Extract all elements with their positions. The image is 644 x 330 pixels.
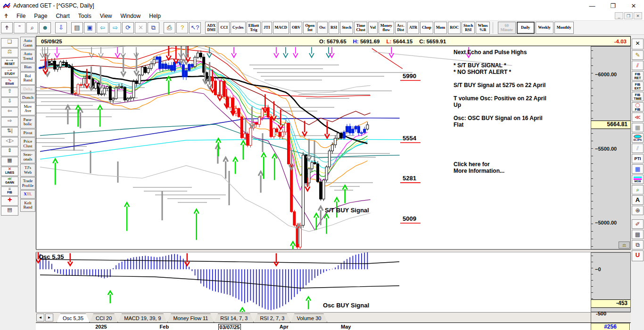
zoom-in-icon[interactable]: ⊕ <box>632 206 644 215</box>
tool-xtl[interactable]: XTL <box>20 190 35 199</box>
oscillator-axis[interactable]: −0-453 <box>591 252 631 312</box>
gann-fan-icon[interactable]: ≪ <box>632 113 644 122</box>
mdi-restore-button[interactable]: ❐ <box>624 12 633 19</box>
restore-button[interactable]: ❐ <box>603 2 623 9</box>
indicator-stoch[interactable]: Stoch <box>340 22 353 34</box>
arrow-left-icon[interactable]: ⇦ <box>1 107 18 117</box>
mdi-close-button[interactable]: ✕ <box>634 12 642 19</box>
save-icon[interactable]: ▣ <box>84 22 96 33</box>
indicator-jti[interactable]: JTI <box>262 22 272 34</box>
tool-bias[interactable]: Bias <box>20 63 35 72</box>
elliott-icon[interactable]: ∿Elliott <box>1 78 18 87</box>
indicator-stoch[interactable]: StochRSI <box>462 22 475 34</box>
fib-icon[interactable]: ≡FIB <box>1 186 18 196</box>
crosshair-icon[interactable]: ✚ <box>1 196 18 206</box>
tab-scroll-left-button[interactable]: ◄ <box>36 314 44 322</box>
pti-button[interactable]: PTI <box>632 154 644 163</box>
fib-ret-button[interactable]: FIBRET <box>632 71 644 80</box>
arrow-up-icon[interactable]: ⇧ <box>1 88 18 97</box>
copy-pages-icon[interactable]: ⧉ <box>632 240 644 250</box>
properties-icon[interactable]: ▤ <box>1 206 18 216</box>
menu-page[interactable]: Page <box>30 12 51 20</box>
arrow-right-icon[interactable]: ⇨ <box>1 117 18 127</box>
date-axis[interactable]: 2025Feb03/07/25AprMay #256 <box>36 322 631 330</box>
tool-donch[interactable]: Donch <box>20 94 35 102</box>
pin-icon[interactable]: Ϯ <box>1 22 13 33</box>
reset-icon[interactable]: ⇠⇢RESET <box>1 58 18 67</box>
tab-rsi273[interactable]: RSI 2, 7, 3 <box>254 314 290 322</box>
tool-price-clust[interactable]: Price Clust <box>20 137 35 150</box>
inspect-icon[interactable]: ⌕ <box>632 185 644 194</box>
timeframe-monthly[interactable]: Monthly <box>554 22 574 34</box>
scales-icon[interactable]: ⚖ <box>1 48 18 57</box>
indicator-wlms[interactable]: Wlms%R <box>476 22 489 34</box>
tool-trade-profile[interactable]: Trade Profile <box>20 177 35 190</box>
grid-icon[interactable]: ▦ <box>1 157 18 166</box>
tool-seas--onals[interactable]: Seas- onals <box>20 151 35 163</box>
print-icon[interactable]: ⎙ <box>164 22 175 33</box>
text-tool-button[interactable]: A <box>632 195 644 205</box>
tool-tj-s-web[interactable]: TJ's Web <box>20 164 35 177</box>
fib-ext-button[interactable]: FIBEXT <box>632 81 644 91</box>
tab-volume30[interactable]: Volume 30 <box>290 314 327 322</box>
tile-icon[interactable]: ⧉ <box>148 22 159 33</box>
rotate-icon[interactable]: ⟳ <box>122 22 134 33</box>
annotation-line[interactable]: More Information... <box>454 168 504 174</box>
scales-button[interactable]: ⚖ <box>619 241 630 249</box>
vert-scale-icon[interactable]: ⇕ <box>1 147 18 156</box>
indicator-macd[interactable]: MACD <box>273 22 289 34</box>
forward-icon[interactable]: ⇨ <box>109 22 121 33</box>
indicator-mom[interactable]: Mom <box>434 22 447 34</box>
ellipse-button[interactable]: ELIPS <box>632 133 644 143</box>
indicator-elliott[interactable]: ElliottTrig <box>247 22 261 34</box>
arrow-down-icon[interactable]: ⇩ <box>1 97 18 107</box>
menu-file[interactable]: File <box>12 12 30 20</box>
context-help-icon[interactable]: ↖? <box>189 22 201 33</box>
back-icon[interactable]: ⇦ <box>97 22 108 33</box>
bar-spacing-icon[interactable]: ⇅| <box>1 127 18 137</box>
slash-tool-icon[interactable]: ⫽ <box>632 144 644 153</box>
user-icon[interactable]: ☻ <box>39 22 51 33</box>
quote-icon[interactable]: ” <box>14 22 25 33</box>
grid-tool-icon[interactable]: ▦ <box>632 123 644 132</box>
pattern-icon[interactable]: ▩ <box>632 230 644 239</box>
mob-button[interactable]: MOB <box>632 175 644 184</box>
tab-cci20[interactable]: CCI 20 <box>90 314 118 322</box>
help-icon[interactable]: ? <box>176 22 188 33</box>
mdi-minimize-button[interactable]: _ <box>615 12 623 19</box>
magnet-u-button[interactable]: U <box>632 250 644 261</box>
gann-icon[interactable]: ≪GANN <box>1 177 18 186</box>
lines-icon[interactable]: ✕LINES <box>1 167 18 176</box>
tool-pivot[interactable]: Pivot <box>20 129 35 137</box>
bar-width-icon[interactable]: ◁▷ <box>1 137 18 146</box>
tab-scroll-right-button[interactable]: ► <box>45 314 53 322</box>
indicator-atr[interactable]: ATR <box>407 22 419 34</box>
indicator-adx[interactable]: ADXDMI <box>205 22 217 34</box>
minimize-button[interactable]: — <box>582 2 603 9</box>
indicator-cycles[interactable]: Cycles <box>231 22 246 34</box>
menu-window[interactable]: Window <box>116 12 145 20</box>
indicator-obv[interactable]: OBV <box>290 22 302 34</box>
indicator-vol[interactable]: Vol <box>368 22 378 34</box>
tool-para--bolic[interactable]: Para- bolic <box>20 116 35 129</box>
trendlines-icon[interactable]: ⫽ <box>632 61 644 70</box>
grid2-icon[interactable]: ▦ <box>632 164 644 174</box>
indicator-osc[interactable]: Osc <box>317 22 328 34</box>
annotation-line[interactable]: Click here for <box>454 161 490 168</box>
tool-auto-trend[interactable]: Auto Trend <box>20 50 35 63</box>
indicator-rsi[interactable]: RSI <box>329 22 339 34</box>
pin-icon[interactable]: Ϯ <box>0 12 12 19</box>
tool-auto-gann[interactable]: Auto Gann <box>20 37 35 49</box>
menu-view[interactable]: View <box>96 12 116 20</box>
indicator-chop[interactable]: Chop <box>420 22 433 34</box>
price-axis[interactable]: ⚖ −6000.00−5500.00−5000.005664.81 <box>591 46 631 250</box>
price-chart[interactable]: 5990555452815009 Next Echo and Pulse Hig… <box>36 46 591 250</box>
tool-mov-ave[interactable]: Mov Ave <box>20 103 35 115</box>
open-chart-icon[interactable]: ❏ <box>1 38 18 48</box>
tab-osc535[interactable]: Osc 5,35 <box>57 314 90 322</box>
indicator-acc[interactable]: Acc.Dist <box>395 22 406 34</box>
tool-delta[interactable]: Delta <box>20 85 35 94</box>
eraser-icon[interactable]: ✐ <box>632 219 644 229</box>
close-chart-button[interactable]: ✕ <box>632 39 644 49</box>
oscillator-chart[interactable]: Osc 5,35 Osc BUY Signal <box>36 252 591 312</box>
